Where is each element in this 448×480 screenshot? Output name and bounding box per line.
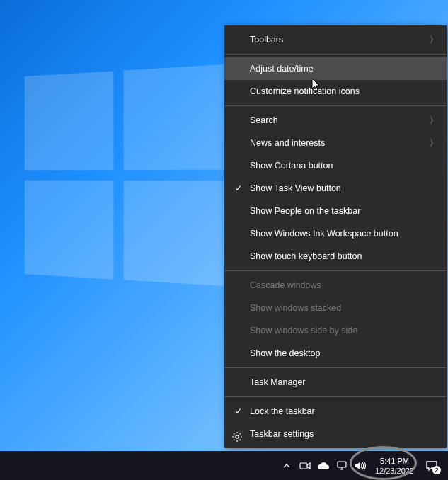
gear-icon xyxy=(231,428,243,440)
menu-item-show-ink[interactable]: Show Windows Ink Workspace button xyxy=(224,222,447,245)
menu-item-show-taskview[interactable]: ✓ Show Task View button xyxy=(224,177,447,200)
menu-label: Task Manager xyxy=(250,377,306,387)
menu-label: Cascade windows xyxy=(250,280,321,290)
action-center-icon[interactable]: 2 xyxy=(421,451,442,480)
menu-label: Show People on the taskbar xyxy=(250,206,360,216)
menu-label: Show touch keyboard button xyxy=(250,251,362,261)
volume-icon[interactable] xyxy=(352,451,368,480)
clock-time: 5:41 PM xyxy=(375,456,414,466)
chevron-right-icon: 〉 xyxy=(430,132,438,154)
taskbar-clock[interactable]: 5:41 PM 12/23/2022 xyxy=(371,456,418,476)
menu-item-lock-taskbar[interactable]: ✓ Lock the taskbar xyxy=(224,400,447,423)
chevron-right-icon: 〉 xyxy=(430,28,438,51)
menu-label: Customize notification icons xyxy=(250,86,360,96)
svg-point-0 xyxy=(236,435,239,438)
windows-logo xyxy=(25,64,224,286)
menu-separator xyxy=(225,270,446,271)
menu-item-task-manager[interactable]: Task Manager xyxy=(224,371,447,394)
menu-label: Toolbars xyxy=(250,35,283,45)
system-tray: 5:41 PM 12/23/2022 2 xyxy=(279,451,448,480)
menu-label: Adjust date/time xyxy=(250,64,314,74)
tray-overflow-button[interactable] xyxy=(279,451,294,480)
menu-item-stacked: Show windows stacked xyxy=(224,297,447,319)
menu-label: News and interests xyxy=(250,138,325,148)
menu-label: Show windows side by side xyxy=(250,326,357,336)
menu-label: Taskbar settings xyxy=(250,429,314,439)
menu-item-customize-notification-icons[interactable]: Customize notification icons xyxy=(224,80,447,103)
network-icon[interactable] xyxy=(334,451,350,480)
chevron-right-icon: 〉 xyxy=(430,109,438,132)
menu-separator xyxy=(225,396,446,397)
svg-rect-2 xyxy=(338,462,346,467)
menu-label: Show the desktop xyxy=(250,348,320,358)
desktop[interactable]: Toolbars 〉 Adjust date/time Customize no… xyxy=(0,0,448,451)
clock-date: 12/23/2022 xyxy=(375,466,414,476)
menu-separator xyxy=(225,367,446,368)
menu-item-show-people[interactable]: Show People on the taskbar xyxy=(224,200,447,222)
meet-now-icon[interactable] xyxy=(297,451,313,480)
check-icon: ✓ xyxy=(231,177,246,200)
menu-label: Show Task View button xyxy=(250,183,341,193)
menu-item-cascade: Cascade windows xyxy=(224,274,447,297)
taskbar-context-menu: Toolbars 〉 Adjust date/time Customize no… xyxy=(224,25,447,448)
menu-item-news-interests[interactable]: News and interests 〉 xyxy=(224,132,447,154)
svg-rect-1 xyxy=(300,463,307,469)
notification-badge: 2 xyxy=(432,466,441,474)
menu-label: Search xyxy=(250,115,278,125)
menu-separator xyxy=(225,54,446,55)
menu-label: Show windows stacked xyxy=(250,303,341,313)
check-icon: ✓ xyxy=(231,400,246,423)
menu-item-show-touchkb[interactable]: Show touch keyboard button xyxy=(224,245,447,268)
menu-item-show-desktop[interactable]: Show the desktop xyxy=(224,342,447,365)
menu-separator xyxy=(225,105,446,106)
menu-label: Show Windows Ink Workspace button xyxy=(250,229,398,239)
menu-item-taskbar-settings[interactable]: Taskbar settings xyxy=(224,423,447,445)
onedrive-icon[interactable] xyxy=(316,451,331,480)
menu-item-adjust-datetime[interactable]: Adjust date/time xyxy=(224,57,447,80)
menu-item-sidebyside: Show windows side by side xyxy=(224,319,447,342)
menu-label: Lock the taskbar xyxy=(250,406,315,416)
menu-item-show-cortana[interactable]: Show Cortana button xyxy=(224,154,447,177)
menu-item-toolbars[interactable]: Toolbars 〉 xyxy=(224,28,447,51)
menu-item-search[interactable]: Search 〉 xyxy=(224,109,447,132)
menu-label: Show Cortana button xyxy=(250,161,333,171)
taskbar[interactable]: 5:41 PM 12/23/2022 2 xyxy=(0,451,448,480)
